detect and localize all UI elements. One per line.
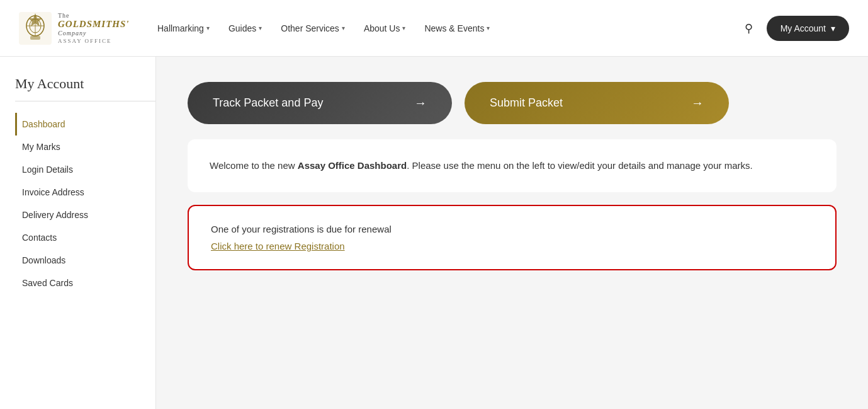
arrow-icon: → [691,96,704,110]
alert-card: One of your registrations is due for ren… [188,205,837,270]
chevron-down-icon: ▾ [342,25,345,32]
sidebar-item-invoice-address[interactable]: Invoice Address [15,181,155,204]
alert-text: One of your registrations is due for ren… [211,224,813,234]
chevron-down-icon: ▾ [402,25,405,32]
main-nav: Hallmarking ▾ Guides ▾ Other Services ▾ … [157,23,742,33]
sidebar-item-contacts[interactable]: Contacts [15,226,155,249]
header-right: ⚲ My Account ▾ [742,16,849,41]
nav-hallmarking[interactable]: Hallmarking ▾ [157,23,210,33]
chevron-down-icon: ▾ [831,23,835,33]
sidebar-item-downloads[interactable]: Downloads [15,249,155,272]
chevron-down-icon: ▾ [259,25,262,32]
sidebar-item-saved-cards[interactable]: Saved Cards [15,272,155,294]
logo-the: The [58,12,130,19]
sidebar-item-my-marks[interactable]: My Marks [15,135,155,158]
arrow-icon: → [414,96,427,110]
logo-crest-icon [19,12,52,45]
logo-company: Company [58,30,130,37]
nav-other-services[interactable]: Other Services ▾ [281,23,345,33]
logo-assay: ASSAY OFFICE [58,38,130,44]
svg-rect-6 [30,36,40,40]
logo-text: The GOLDSMITHS' Company ASSAY OFFICE [58,12,130,44]
info-text: Welcome to the new Assay Office Dashboar… [210,158,814,173]
sidebar: My Account Dashboard My Marks Login Deta… [0,57,156,409]
sidebar-item-login-details[interactable]: Login Details [15,158,155,181]
search-button[interactable]: ⚲ [742,19,755,38]
logo-goldsmiths: GOLDSMITHS' [58,19,130,30]
nav-about-us[interactable]: About Us ▾ [364,23,406,33]
main-layout: My Account Dashboard My Marks Login Deta… [0,57,868,409]
nav-news-events[interactable]: News & Events ▾ [424,23,490,33]
submit-packet-button[interactable]: Submit Packet → [465,82,729,124]
track-packet-button[interactable]: Track Packet and Pay → [188,82,452,124]
chevron-down-icon: ▾ [487,25,490,32]
sidebar-title: My Account [15,76,155,101]
header: The GOLDSMITHS' Company ASSAY OFFICE Hal… [0,0,868,57]
search-icon: ⚲ [745,22,753,35]
renew-registration-link[interactable]: Click here to renew Registration [211,241,345,251]
logo: The GOLDSMITHS' Company ASSAY OFFICE [19,12,132,45]
my-account-button[interactable]: My Account ▾ [767,16,849,41]
nav-guides[interactable]: Guides ▾ [228,23,262,33]
sidebar-item-dashboard[interactable]: Dashboard [15,113,155,135]
main-content: Track Packet and Pay → Submit Packet → W… [156,57,868,409]
sidebar-item-delivery-address[interactable]: Delivery Address [15,204,155,226]
action-buttons: Track Packet and Pay → Submit Packet → [188,82,837,124]
chevron-down-icon: ▾ [206,25,210,32]
info-card: Welcome to the new Assay Office Dashboar… [188,139,837,192]
